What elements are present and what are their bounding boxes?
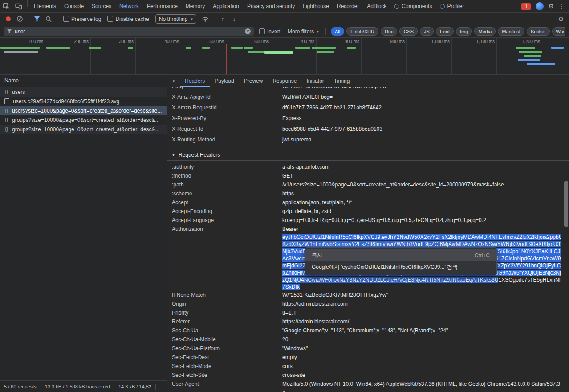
header-row: If-None-MatchW/"2531-KizBeeldOJKt7tMR28O… (167, 291, 569, 299)
overview-bar (264, 51, 293, 54)
tab-profiler[interactable]: Profiler (436, 0, 468, 12)
detail-tab-payload[interactable]: Payload (210, 75, 239, 87)
network-settings-gear-icon[interactable]: ⚙ (556, 14, 566, 24)
overview-bar (347, 47, 356, 49)
selected-token-text: eyJhbGciOiJIUzI1NiIsInR5cCI6IkpXVCJ9.eyJ… (282, 234, 561, 240)
more-filters-button[interactable]: More filters ▾ (286, 28, 321, 35)
request-row[interactable]: {}groups?size=10000&page=0&sort=created_… (0, 115, 167, 125)
header-name: X-Amz-Apigw-Id (172, 92, 282, 102)
tab-performance[interactable]: Performance (143, 0, 182, 12)
timeline-gridline (135, 38, 136, 74)
copy-shortcut: Ctrl+C (461, 252, 490, 259)
header-row: :authoritya-afs-api.airfob.com (167, 162, 569, 171)
request-headers-section[interactable]: ▼Request Headers (167, 149, 569, 161)
filter-chip-js[interactable]: JS (420, 27, 434, 36)
header-row: Sec-Ch-Ua"Google Chrome";v="143", "Chrom… (167, 326, 569, 335)
request-row[interactable]: {}users?size=1000&page=0&sort=created_at… (0, 106, 167, 115)
request-row[interactable]: users.c29af3437dcd9468fbc6f55fff1f4f23.s… (0, 97, 167, 106)
tab-label: Privacy and security (247, 3, 295, 9)
transferred-size: 13.3 kB / 1,508 kB transferred (41, 384, 114, 390)
detail-tab-initiator[interactable]: Initiator (301, 75, 329, 87)
timeline-tick-label: 1,000 ms (419, 39, 450, 44)
filter-chip-css[interactable]: CSS (399, 27, 418, 36)
request-name: users?size=1000&page=0&sort=created_at&o… (12, 108, 162, 114)
clear-filter-icon[interactable]: × (245, 28, 251, 34)
detail-tab-preview[interactable]: Preview (239, 75, 268, 87)
detail-tab-headers[interactable]: Headers (180, 75, 210, 87)
context-menu: 복사 Ctrl+C Google에서 'eyJhbGciOiJIUzI1NiIs… (305, 247, 497, 275)
tab-components[interactable]: Components (390, 0, 436, 12)
header-value: https://admin.biostarair.com (282, 299, 561, 308)
export-har-icon[interactable]: ↓ (229, 14, 240, 24)
tab-privacy-and-security[interactable]: Privacy and security (243, 0, 299, 12)
network-conditions-icon[interactable] (200, 14, 211, 24)
search-icon[interactable] (43, 14, 54, 24)
filter-funnel-icon[interactable] (32, 14, 42, 24)
checkbox-icon (63, 16, 69, 22)
filter-chip-img[interactable]: Img (456, 27, 472, 36)
devtools-topbar-right: 1 ⚙ ⋮ (516, 0, 569, 12)
throttling-select[interactable]: No throttling ▾ (155, 14, 196, 24)
context-menu-search-google[interactable]: Google에서 'eyJhbGciOiJIUzI1NiIsInR5cCI6Ik… (305, 261, 496, 273)
header-row: :path/v1/users?size=1000&page=0&sort=cre… (167, 180, 569, 189)
profile-avatar[interactable] (536, 2, 544, 10)
invert-checkbox[interactable]: Invert (256, 28, 283, 35)
tab-recorder[interactable]: Recorder (333, 0, 363, 12)
request-list-empty-area (0, 134, 167, 380)
settings-gear-icon[interactable]: ⚙ (548, 3, 554, 9)
filter-chip-media[interactable]: Media (474, 27, 496, 36)
request-row[interactable]: {}groups?size=10000&page=0&sort=created_… (0, 125, 167, 134)
preserve-log-checkbox[interactable]: Preserve log (61, 16, 104, 22)
context-menu-copy[interactable]: 복사 Ctrl+C (305, 249, 496, 261)
checkbox-icon (259, 28, 265, 34)
header-row: X-Amzn-Requestiddf61b7b7-7366-4d27-bb21-… (167, 102, 569, 113)
detail-tab-timing[interactable]: Timing (329, 75, 355, 87)
filter-chip-fetch-xhr[interactable]: Fetch/XHR (346, 27, 378, 36)
request-row[interactable]: {}users (0, 87, 167, 97)
filter-chip-manifest[interactable]: Manifest (498, 27, 524, 36)
tab-label: Memory (186, 3, 205, 9)
detail-tab-response[interactable]: Response (268, 75, 301, 87)
tab-elements[interactable]: Elements (30, 0, 60, 12)
device-toolbar-icon[interactable] (12, 0, 25, 12)
network-overview-timeline[interactable]: 100 ms200 ms300 ms400 ms500 ms600 ms700 … (0, 38, 569, 75)
overview-bar (317, 51, 334, 53)
filter-chip-font[interactable]: Font (436, 27, 454, 36)
overview-event-marker (381, 44, 381, 74)
filter-query-text: user (15, 28, 25, 35)
disable-cache-checkbox[interactable]: Disable cache (105, 16, 151, 22)
header-row: Priorityu=1, i (167, 308, 569, 317)
overview-bar (527, 63, 555, 65)
tab-sources[interactable]: Sources (88, 0, 115, 12)
overview-bar (551, 47, 564, 49)
vertical-scrollbar[interactable] (564, 181, 568, 227)
tab-memory[interactable]: Memory (182, 0, 209, 12)
tab-lighthouse[interactable]: Lighthouse (299, 0, 333, 12)
clear-button[interactable] (14, 14, 25, 24)
filter-input[interactable]: user × (4, 27, 254, 36)
header-name: :authority (172, 162, 282, 171)
tab-application[interactable]: Application (209, 0, 243, 12)
tab-adblock[interactable]: AdBlock (363, 0, 390, 12)
timeline-tick-label: 900 ms (374, 39, 405, 44)
tab-console[interactable]: Console (60, 0, 88, 12)
filter-chip-doc[interactable]: Doc (381, 27, 398, 36)
overview-bar (89, 47, 101, 49)
timeline-tick-label: 100 ms (13, 39, 43, 44)
close-detail-icon[interactable]: × (168, 75, 180, 87)
filter-chip-socket[interactable]: Socket (527, 27, 550, 36)
header-name: X-Routing-Method (172, 134, 282, 145)
tab-network[interactable]: Network (115, 0, 143, 12)
import-har-icon[interactable]: ↑ (217, 14, 228, 24)
record-button[interactable] (3, 14, 13, 24)
filter-chip-wasm[interactable]: Wasm (552, 27, 566, 36)
name-column-header[interactable]: Name (0, 75, 167, 87)
more-options-kebab-icon[interactable]: ⋮ (558, 3, 565, 9)
divider (28, 16, 28, 23)
header-name: Referer (172, 317, 282, 326)
inspect-element-icon[interactable] (0, 0, 12, 12)
error-count-badge[interactable]: 1 (521, 3, 531, 10)
filter-chip-all[interactable]: All (331, 27, 344, 36)
overview-bar (516, 47, 535, 49)
header-row: Sec-Fetch-Sitecross-site (167, 371, 569, 380)
